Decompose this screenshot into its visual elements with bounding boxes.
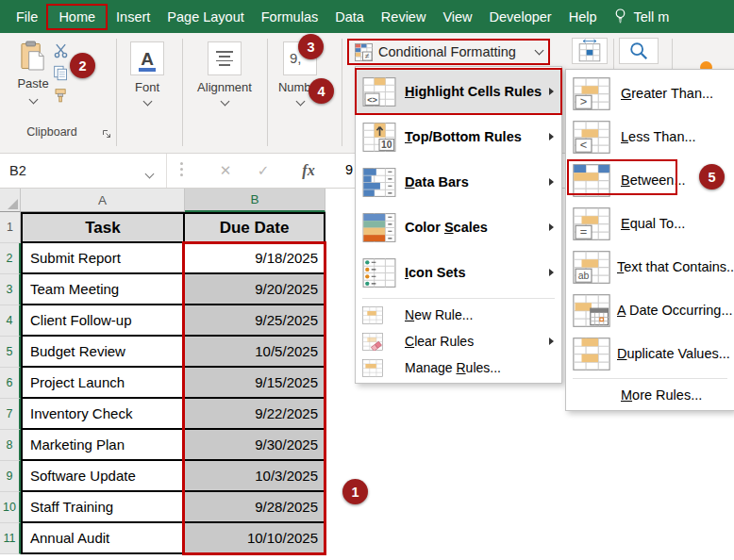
alignment-group-button[interactable]: Alignment	[182, 41, 267, 105]
cell-b4[interactable]: 9/25/2025	[185, 305, 325, 337]
tab-review[interactable]: Review	[373, 4, 435, 30]
cell-a8[interactable]: Marketing Plan	[21, 430, 185, 461]
cell-a10[interactable]: Staff Training	[21, 492, 185, 523]
column-header-b[interactable]: B	[185, 189, 325, 212]
formula-bar-value[interactable]: 9	[345, 162, 353, 177]
data-bars-icon	[360, 168, 398, 197]
menu-item-clear-rules[interactable]: Clear Rules	[356, 328, 561, 354]
menu-item-color-scales[interactable]: Color Scales	[356, 205, 561, 250]
clipboard-group-label: Clipboard	[4, 125, 100, 139]
sheet-row-9: 9Software Update10/3/2025	[0, 461, 325, 492]
menu-item-more-rules[interactable]: More Rules...	[566, 382, 734, 408]
cell-b6[interactable]: 9/15/2025	[185, 368, 325, 399]
select-all-button[interactable]	[0, 189, 21, 212]
menu-item-text-that-contains[interactable]: abText that Contains...	[566, 245, 734, 288]
tab-developer[interactable]: Developer	[481, 4, 560, 30]
cancel-button[interactable]: ✕	[211, 154, 240, 188]
menu-item-new-rule[interactable]: New Rule...	[356, 302, 561, 328]
submenu-arrow-icon	[549, 338, 554, 345]
tab-insert[interactable]: Insert	[108, 4, 158, 30]
enter-button[interactable]: ✓	[249, 154, 277, 188]
cell-a11[interactable]: Annual Audit	[21, 523, 185, 554]
sheet-row-1: 1TaskDue Date	[0, 212, 325, 243]
search-button[interactable]	[619, 38, 659, 64]
cell-b8[interactable]: 9/30/2025	[185, 430, 325, 461]
tab-data[interactable]: Data	[326, 4, 373, 30]
tab-help[interactable]: Help	[560, 4, 606, 30]
cell-b10[interactable]: 9/28/2025	[185, 492, 325, 523]
row-header-3[interactable]: 3	[0, 274, 21, 305]
column-header-a[interactable]: A	[21, 189, 185, 212]
cell-a2[interactable]: Submit Report	[21, 243, 185, 274]
cell-a5[interactable]: Budget Review	[21, 337, 185, 368]
cell-b2[interactable]: 9/18/2025	[185, 243, 325, 274]
menu-item-less-than[interactable]: <Less Than...	[566, 115, 734, 158]
row-header-9[interactable]: 9	[0, 461, 21, 492]
cut-button[interactable]	[53, 42, 69, 58]
tab-home[interactable]: Home	[46, 4, 108, 30]
menu-item-label: New Rule...	[405, 307, 473, 322]
menu-item-a-date-occurring[interactable]: A Date Occurring...	[566, 288, 734, 332]
row-header-11[interactable]: 11	[0, 523, 21, 554]
cell-a9[interactable]: Software Update	[21, 461, 185, 492]
format-cells-button[interactable]	[572, 38, 608, 64]
font-icon: A	[130, 41, 164, 75]
font-group-button[interactable]: A Font	[105, 41, 190, 105]
row-header-1[interactable]: 1	[0, 212, 21, 243]
step-badge-2: 2	[70, 53, 95, 78]
format-painter-button[interactable]	[53, 88, 69, 104]
name-box[interactable]: B2	[0, 154, 167, 188]
formula-bar-resize-handle[interactable]	[180, 162, 183, 176]
conditional-formatting-button[interactable]: ≠ Conditional Formatting	[347, 39, 550, 65]
cell-a7[interactable]: Inventory Check	[21, 399, 185, 430]
cell-b9[interactable]: 10/3/2025	[185, 461, 325, 492]
menu-item-duplicate-values[interactable]: Duplicate Values...	[566, 332, 734, 375]
menu-item-highlight-cells-rules[interactable]: <>Highlight Cells Rules	[356, 69, 561, 114]
paste-button[interactable]: Paste	[11, 41, 55, 112]
cell-a1[interactable]: Task	[21, 212, 185, 243]
duplicate-values-icon	[571, 338, 610, 371]
menu-item-icon-sets[interactable]: Icon Sets	[356, 250, 561, 295]
sheet-row-10: 10Staff Training9/28/2025	[0, 492, 325, 523]
cell-b7[interactable]: 9/22/2025	[185, 399, 325, 430]
equal-to-icon: =	[571, 207, 614, 240]
insert-function-button[interactable]: fx	[294, 154, 323, 188]
tab-page-layout[interactable]: Page Layout	[158, 4, 252, 30]
row-header-10[interactable]: 10	[0, 492, 21, 523]
row-header-6[interactable]: 6	[0, 368, 21, 399]
row-header-5[interactable]: 5	[0, 337, 21, 368]
svg-text:<: <	[580, 138, 588, 152]
row-header-4[interactable]: 4	[0, 305, 21, 337]
excel-window: FileHomeInsertPage LayoutFormulasDataRev…	[0, 0, 734, 560]
tell-me-box[interactable]: Tell m	[633, 9, 669, 25]
highlight-cells-rules-icon: <>	[360, 77, 398, 107]
sheet-row-6: 6Project Launch9/15/2025	[0, 368, 325, 399]
tab-view[interactable]: View	[434, 4, 480, 30]
cell-b3[interactable]: 9/20/2025	[185, 274, 325, 305]
row-header-7[interactable]: 7	[0, 399, 21, 430]
row-header-8[interactable]: 8	[0, 430, 21, 461]
menu-item-top-bottom-rules[interactable]: 10Top/Bottom Rules	[356, 114, 561, 159]
cell-a3[interactable]: Team Meeting	[21, 274, 185, 305]
new-rule-icon	[360, 306, 398, 324]
text-that-contains-icon: ab	[571, 251, 610, 284]
copy-button[interactable]	[53, 65, 69, 81]
menu-item-label: Manage Rules...	[405, 360, 501, 375]
cell-b11[interactable]: 10/10/2025	[185, 523, 325, 554]
menu-item-equal-to[interactable]: =Equal To...	[566, 202, 734, 245]
tab-file[interactable]: File	[8, 4, 46, 30]
cell-a6[interactable]: Project Launch	[21, 368, 185, 399]
menu-item-manage-rules[interactable]: Manage Rules...	[356, 354, 561, 381]
menu-item-data-bars[interactable]: Data Bars	[356, 159, 561, 205]
format-table-icon	[576, 39, 604, 63]
menu-item-greater-than[interactable]: >Greater Than...	[566, 72, 734, 115]
cell-a4[interactable]: Client Follow-up	[21, 305, 185, 337]
tab-formulas[interactable]: Formulas	[253, 4, 326, 30]
sheet-row-7: 7Inventory Check9/22/2025	[0, 399, 325, 430]
row-header-2[interactable]: 2	[0, 243, 21, 274]
menu-item-label: More Rules...	[621, 387, 702, 403]
cell-b5[interactable]: 10/5/2025	[185, 337, 325, 368]
cell-b1[interactable]: Due Date	[185, 212, 325, 243]
chevron-down-icon	[295, 97, 305, 107]
clipboard-dialog-launcher[interactable]	[102, 127, 111, 141]
